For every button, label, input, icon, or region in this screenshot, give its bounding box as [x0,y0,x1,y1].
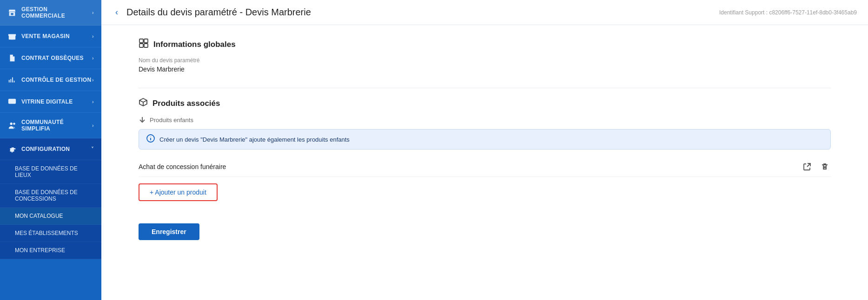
package-icon [139,98,148,109]
svg-rect-1 [11,37,13,39]
sidebar-item-label: CONFIGURATION [21,146,70,152]
sidebar-item-vente-magasin[interactable]: VENTE MAGASIN › [0,26,101,47]
sidebar-subitem-mes-etablissements[interactable]: MES ÉTABLISSEMENTS [0,225,101,242]
svg-rect-7 [139,44,143,47]
sidebar-item-communaute-simplifia[interactable]: COMMUNAUTÉ SIMPLIFIA › [0,113,101,138]
products-sub-label: Produits enfants [150,117,193,124]
sidebar-item-label: CONTRAT OBSÈQUES [21,55,84,61]
sidebar-item-label: CONTRÔLE DE GESTION [21,77,91,83]
sidebar-subitem-mon-entreprise[interactable]: MON ENTREPRISE [0,242,101,259]
monitor-icon [7,97,17,106]
svg-rect-5 [139,39,143,43]
chevron-right-icon: › [92,33,94,39]
sidebar-item-configuration[interactable]: CONFIGURATION ˅ [0,138,101,160]
sidebar-item-label: COMMUNAUTÉ SIMPLIFIA [21,119,92,132]
shop-icon [7,8,17,17]
grid-icon [139,38,149,51]
topbar: ‹ Details du devis paramétré - Devis Mar… [101,0,868,25]
topbar-left: ‹ Details du devis paramétré - Devis Mar… [113,7,311,18]
sidebar-item-controle-gestion[interactable]: CONTRÔLE DE GESTION › [0,69,101,91]
products-sub-header: Produits enfants [139,116,831,124]
svg-rect-6 [144,39,148,43]
field-label-nom: Nom du devis paramétré [139,57,831,64]
field-value-nom: Devis Marbrerie [139,65,831,73]
global-info-header: Informations globales [139,38,831,51]
back-button[interactable]: ‹ [113,7,121,18]
product-name: Achat de concession funéraire [139,163,226,170]
svg-rect-8 [144,44,148,47]
chevron-right-icon: › [92,77,94,83]
product-delete-button[interactable] [819,162,831,172]
section-divider [139,88,831,88]
sidebar-item-gestion-commerciale[interactable]: GESTION COMMERCIALE › [0,0,101,26]
chevron-right-icon: › [92,123,94,128]
sidebar-subitem-label: BASE DE DONNÉES DE CONCESSIONS [15,189,78,202]
chevron-right-icon: › [92,55,94,61]
chart-icon [7,75,17,85]
sidebar-subitem-base-lieux[interactable]: BASE DE DONNÉES DE LIEUX [0,160,101,184]
products-section-title: Produits associés [152,99,220,108]
sidebar-subitem-mon-catalogue[interactable]: MON CATALOGUE [0,208,101,225]
arrow-down-icon [139,116,146,124]
svg-rect-2 [8,99,16,104]
sidebar-item-contrat-obseques[interactable]: CONTRAT OBSÈQUES › [0,47,101,69]
people-icon [7,121,17,130]
sidebar-subitem-label: BASE DE DONNÉES DE LIEUX [15,165,78,178]
product-actions [801,162,831,172]
sidebar: GESTION COMMERCIALE › VENTE MAGASIN › CO… [0,0,101,300]
svg-point-4 [13,123,15,125]
info-icon [146,134,155,144]
sidebar-subitem-label: MES ÉTABLISSEMENTS [15,230,78,236]
support-id: Identifiant Support : c8206ff6-7527-11ef… [719,9,857,16]
sidebar-item-vitrine-digitale[interactable]: VITRINE DIGITALE › [0,91,101,113]
add-product-button[interactable]: + Ajouter un produit [139,183,218,201]
svg-point-3 [10,123,13,125]
chevron-right-icon: › [92,99,94,104]
products-section: Produits associés Produits enfants [139,98,831,201]
info-banner-text: Créer un devis "Devis Marbrerie" ajoute … [159,136,350,143]
sidebar-item-label: GESTION COMMERCIALE [21,6,92,19]
main-content: ‹ Details du devis paramétré - Devis Mar… [101,0,868,300]
save-button[interactable]: Enregistrer [139,223,199,240]
document-icon [7,53,17,63]
info-banner: Créer un devis "Devis Marbrerie" ajoute … [139,129,831,150]
sidebar-item-label: VITRINE DIGITALE [21,98,73,105]
global-info-section: Informations globales Nom du devis param… [139,38,831,73]
sidebar-subitem-base-concessions[interactable]: BASE DE DONNÉES DE CONCESSIONS [0,184,101,208]
chevron-right-icon: › [92,10,94,15]
sidebar-subitem-label: MON CATALOGUE [15,213,63,219]
store-icon [7,32,17,41]
product-open-button[interactable] [801,162,813,172]
gear-icon [7,144,17,154]
chevron-down-icon: ˅ [91,146,94,152]
global-info-title: Informations globales [153,40,236,49]
product-row: Achat de concession funéraire [139,157,831,177]
sidebar-item-label: VENTE MAGASIN [21,33,70,39]
save-container: Enregistrer [139,216,831,240]
page-title: Details du devis paramétré - Devis Marbr… [126,7,311,18]
add-product-container: + Ajouter un produit [139,177,831,201]
content-area: Informations globales Nom du devis param… [101,25,868,300]
sidebar-subitem-label: MON ENTREPRISE [15,247,65,254]
products-section-header: Produits associés [139,98,831,109]
